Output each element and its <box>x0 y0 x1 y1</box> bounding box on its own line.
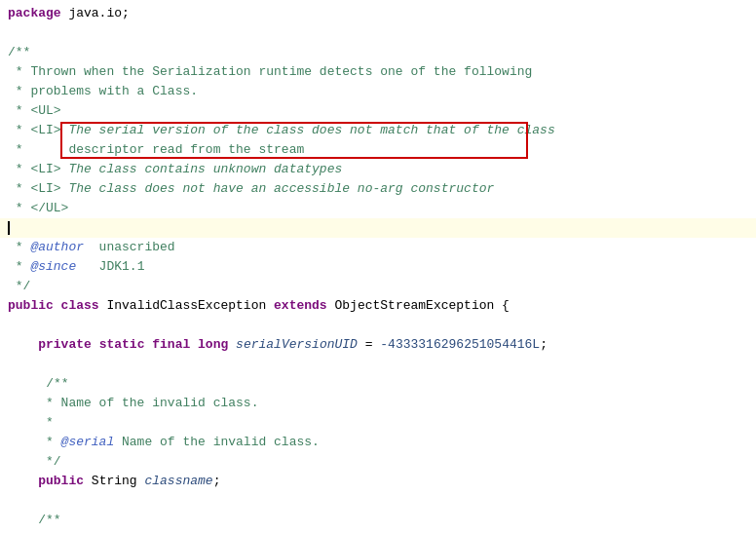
code-line-10: * <LI> The class does not have an access… <box>0 179 756 199</box>
code-line-17 <box>0 316 756 335</box>
code-line-19 <box>0 355 756 374</box>
code-line-15: */ <box>0 277 756 296</box>
code-editor[interactable]: package java.io; /** * Thrown when the S… <box>0 0 756 534</box>
code-line-24: */ <box>0 452 756 472</box>
code-line-7: * <LI> The serial version of the class d… <box>0 121 756 140</box>
code-line-26 <box>0 491 756 511</box>
code-line-16: public class InvalidClassException exten… <box>0 296 756 316</box>
code-line-12 <box>0 218 756 238</box>
code-line-8: * descriptor read from the stream <box>0 140 756 160</box>
code-line-1: package java.io; <box>0 4 756 23</box>
code-line-25: public String classname; <box>0 472 756 491</box>
code-line-22: * <box>0 413 756 433</box>
code-line-21: * Name of the invalid class. <box>0 394 756 413</box>
code-line-13: * @author unascribed <box>0 238 756 257</box>
code-line-3: /** <box>0 43 756 62</box>
code-line-11: * </UL> <box>0 199 756 218</box>
code-line-23: * @serial Name of the invalid class. <box>0 433 756 452</box>
code-line-2 <box>0 23 756 43</box>
code-line-20: /** <box>0 374 756 394</box>
code-line-14: * @since JDK1.1 <box>0 257 756 277</box>
code-line-6: * <UL> <box>0 101 756 121</box>
code-line-5: * problems with a Class. <box>0 82 756 101</box>
code-line-18: private static final long serialVersionU… <box>0 335 756 355</box>
code-line-9: * <LI> The class contains unknown dataty… <box>0 160 756 179</box>
code-line-27: /** <box>0 511 756 530</box>
code-line-7-8-container: * <LI> The serial version of the class d… <box>0 121 756 160</box>
code-line-4: * Thrown when the Serialization runtime … <box>0 62 756 82</box>
